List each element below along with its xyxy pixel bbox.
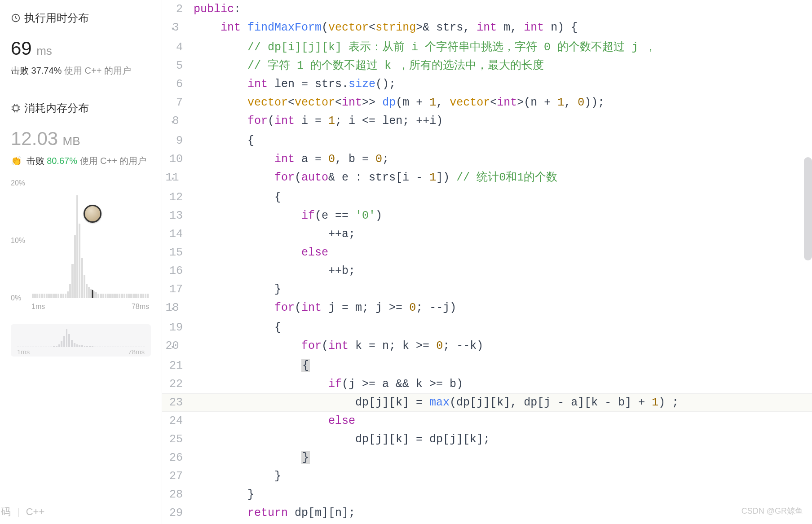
chart-bars — [31, 183, 149, 298]
code-text[interactable]: else — [194, 243, 812, 262]
code-line[interactable]: 19 { — [162, 318, 812, 337]
histogram-bar — [41, 294, 43, 298]
code-editor[interactable]: 2public:3▾ int findMaxForm(vector<string… — [162, 0, 812, 524]
minimap-bar — [63, 336, 65, 347]
code-text[interactable]: } — [194, 467, 812, 485]
code-text[interactable]: int a = 0, b = 0; — [194, 150, 812, 168]
code-text[interactable]: else — [194, 412, 812, 430]
memory-heading: 消耗内存分布 — [11, 101, 151, 115]
line-number: 11▾ — [162, 168, 194, 188]
code-line[interactable]: 22 if(j >= a && k >= b) — [162, 375, 812, 393]
histogram-bar — [126, 294, 128, 298]
histogram-bar — [32, 294, 34, 298]
runtime-distribution-chart[interactable]: 20%10%0% 1ms 78ms — [11, 183, 151, 309]
histogram-bar — [142, 294, 144, 298]
code-line[interactable]: 15 else — [162, 243, 812, 262]
beats-suffix: 使用 C++ 的用户 — [80, 156, 147, 166]
code-text[interactable]: ++a; — [194, 225, 812, 243]
y-tick: 10% — [11, 237, 25, 245]
code-text[interactable]: dp[j][k] = dp[j][k]; — [194, 430, 812, 449]
code-line[interactable]: 5 // 字符 1 的个数不超过 k ，所有的选法中，最大的长度 — [162, 57, 812, 75]
histogram-bar — [55, 294, 57, 298]
code-line[interactable]: 10 int a = 0, b = 0; — [162, 150, 812, 168]
y-tick: 20% — [11, 179, 25, 187]
code-line[interactable]: 18▾ for(int j = m; j >= 0; --j) — [162, 299, 812, 318]
code-text[interactable]: { — [194, 318, 812, 337]
histogram-bar — [44, 294, 45, 298]
code-line[interactable]: 17 } — [162, 280, 812, 299]
histogram-bar — [50, 294, 52, 298]
histogram-bar — [124, 294, 125, 298]
scrollbar-thumb[interactable] — [804, 157, 812, 260]
code-line[interactable]: 6 int len = strs.size(); — [162, 75, 812, 93]
line-number: 2 — [162, 0, 194, 18]
code-text[interactable]: return dp[m][n]; — [194, 504, 812, 522]
fold-icon[interactable]: ▾ — [171, 119, 175, 126]
code-text[interactable]: int len = strs.size(); — [194, 75, 812, 93]
code-line[interactable]: 29 return dp[m][n]; — [162, 504, 812, 522]
code-line[interactable]: 12 { — [162, 188, 812, 207]
code-text[interactable]: } — [194, 449, 812, 467]
line-number: 21 — [162, 357, 194, 375]
runtime-distribution-minimap[interactable]: 1ms 78ms — [11, 324, 151, 357]
code-text[interactable]: { — [194, 188, 812, 207]
code-line[interactable]: 8▾ for(int i = 1; i <= len; ++i) — [162, 112, 812, 132]
histogram-bar — [76, 195, 78, 299]
histogram-bar — [65, 294, 66, 298]
line-number: 26 — [162, 449, 194, 467]
code-line[interactable]: 13 if(e == '0') — [162, 207, 812, 225]
histogram-bar — [88, 287, 90, 299]
line-number: 12 — [162, 188, 194, 207]
code-line[interactable]: 25 dp[j][k] = dp[j][k]; — [162, 430, 812, 449]
code-text[interactable]: for(int j = m; j >= 0; --j) — [194, 299, 812, 318]
code-text[interactable]: for(int i = 1; i <= len; ++i) — [194, 112, 812, 132]
code-line[interactable]: 26 } — [162, 449, 812, 467]
user-marker-avatar[interactable] — [84, 205, 102, 223]
code-line[interactable]: 14 ++a; — [162, 225, 812, 243]
histogram-bar — [81, 258, 83, 298]
line-number: 14 — [162, 225, 194, 243]
code-text[interactable]: int findMaxForm(vector<string>& strs, in… — [194, 18, 812, 38]
code-text[interactable]: if(e == '0') — [194, 207, 812, 225]
code-text[interactable]: { — [194, 132, 812, 150]
code-text[interactable]: } — [194, 485, 812, 504]
fold-icon[interactable]: ▾ — [171, 305, 175, 313]
code-text[interactable]: // dp[i][j][k] 表示：从前 i 个字符串中挑选，字符 0 的个数不… — [194, 38, 812, 57]
code-line[interactable]: 28 } — [162, 485, 812, 504]
histogram-bar — [74, 235, 76, 298]
code-line[interactable]: 7 vector<vector<int>> dp(m + 1, vector<i… — [162, 93, 812, 112]
code-text[interactable]: for(auto& e : strs[i - 1]) // 统计0和1的个数 — [194, 168, 812, 188]
code-line[interactable]: 4 // dp[i][j][k] 表示：从前 i 个字符串中挑选，字符 0 的个… — [162, 38, 812, 57]
sidebar-bottom-row: 码 | C++ — [0, 505, 162, 519]
code-text[interactable]: // 字符 1 的个数不超过 k ，所有的选法中，最大的长度 — [194, 57, 812, 75]
code-text[interactable]: vector<vector<int>> dp(m + 1, vector<int… — [194, 93, 812, 112]
code-line[interactable]: 21 { — [162, 357, 812, 375]
code-line[interactable]: 3▾ int findMaxForm(vector<string>& strs,… — [162, 18, 812, 38]
fold-icon[interactable]: ▾ — [171, 343, 175, 351]
histogram-bar — [36, 294, 38, 298]
y-tick: 0% — [11, 294, 21, 302]
code-text[interactable]: ++b; — [194, 262, 812, 280]
code-text[interactable]: if(j >= a && k >= b) — [194, 375, 812, 393]
minimap-bars — [17, 327, 145, 347]
code-line[interactable]: 20▾ for(int k = n; k >= 0; --k) — [162, 337, 812, 357]
code-line[interactable]: 23 dp[j][k] = max(dp[j][k], dp[j - a][k … — [162, 393, 812, 412]
code-text[interactable]: public: — [194, 0, 812, 18]
code-line[interactable]: 16 ++b; — [162, 262, 812, 280]
fold-icon[interactable]: ▾ — [171, 25, 175, 32]
fold-icon[interactable]: ▾ — [171, 175, 175, 182]
code-line[interactable]: 27 } — [162, 467, 812, 485]
code-text[interactable]: { — [194, 357, 812, 375]
svg-rect-1 — [13, 106, 18, 111]
code-line[interactable]: 24 else — [162, 412, 812, 430]
line-number: 8▾ — [162, 112, 194, 132]
code-line[interactable]: 9 { — [162, 132, 812, 150]
code-text[interactable]: } — [194, 280, 812, 299]
code-text[interactable]: dp[j][k] = max(dp[j][k], dp[j - a][k - b… — [194, 393, 812, 412]
language-label[interactable]: C++ — [26, 506, 45, 518]
code-line[interactable]: 2public: — [162, 0, 812, 18]
code-line[interactable]: 11▾ for(auto& e : strs[i - 1]) // 统计0和1的… — [162, 168, 812, 188]
beats-label: 击败 — [11, 66, 29, 75]
memory-unit: MB — [63, 134, 80, 148]
code-text[interactable]: for(int k = n; k >= 0; --k) — [194, 337, 812, 357]
